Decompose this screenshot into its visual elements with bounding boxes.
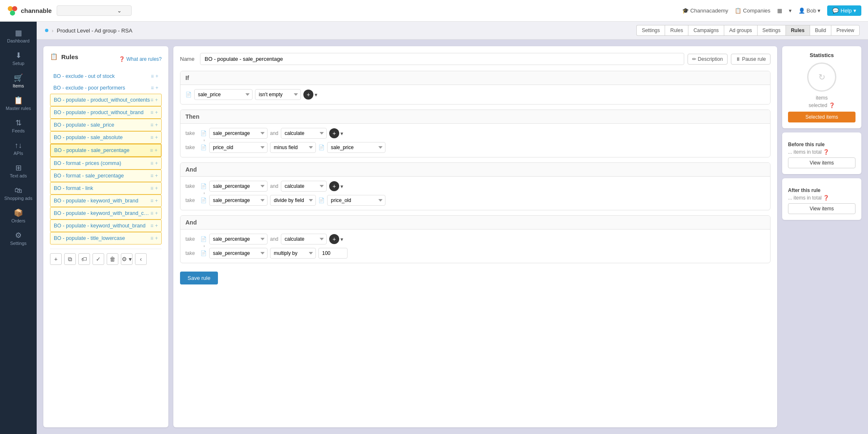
add-icon[interactable]: + — [155, 223, 158, 229]
tab-rules-1[interactable]: Rules — [665, 25, 688, 36]
and2-field-select-2[interactable]: sale_percentage — [209, 248, 268, 259]
rule-name-input[interactable] — [200, 53, 684, 65]
and2-action-select-1[interactable]: calculate — [281, 234, 327, 244]
tab-settings-2[interactable]: Settings — [757, 25, 785, 36]
add-icon[interactable]: + — [155, 147, 158, 153]
menu-icon[interactable]: ≡ — [150, 223, 153, 229]
rule-item-4[interactable]: BO - populate - product_without_brand ≡ … — [50, 106, 162, 119]
rule-item-3[interactable]: BO - populate - product_without_contents… — [50, 94, 162, 106]
selected-items-button[interactable]: Selected items — [788, 112, 855, 122]
check-button[interactable]: ✓ — [93, 253, 104, 265]
rule-item-11[interactable]: BO - populate - keyword_with_brand ≡ + — [50, 195, 162, 207]
add-icon[interactable]: + — [155, 135, 158, 140]
add-icon[interactable]: + — [155, 235, 158, 241]
sidebar-item-apis[interactable]: ↑↓ APIs — [0, 137, 37, 160]
menu-icon[interactable]: ≡ — [150, 147, 153, 153]
add-icon[interactable]: + — [155, 110, 158, 115]
add-icon[interactable]: + — [155, 210, 158, 216]
bars-icon[interactable]: ▦ — [777, 7, 782, 14]
sidebar-item-feeds[interactable]: ⇅ Feeds — [0, 115, 37, 137]
sidebar-item-orders[interactable]: 📦 Orders — [0, 205, 37, 227]
menu-icon[interactable]: ≡ — [151, 85, 154, 91]
tag-button[interactable]: 🏷 — [78, 253, 90, 265]
menu-icon[interactable]: ≡ — [150, 173, 153, 179]
search-input[interactable] — [61, 7, 115, 14]
user-menu[interactable]: 👤 Bob ▾ — [798, 7, 820, 14]
logo[interactable]: channable — [7, 5, 52, 17]
and1-second-field[interactable]: price_old — [327, 195, 385, 206]
menu-icon[interactable]: ≡ — [150, 210, 153, 216]
menu-icon[interactable]: ≡ — [151, 73, 154, 79]
rule-item-8[interactable]: BO - format - prices (comma) ≡ + — [50, 157, 162, 170]
menu-icon[interactable]: ≡ — [150, 198, 153, 204]
add-icon[interactable]: + — [155, 173, 158, 179]
multiply-value-input[interactable] — [318, 248, 348, 259]
and1-dropdown-arrow[interactable]: ▾ — [340, 183, 343, 190]
after-view-items-button[interactable]: View items — [788, 203, 855, 214]
rule-item-5[interactable]: BO - populate - sale_price ≡ + — [50, 119, 162, 131]
and1-field-select-1[interactable]: sale_percentage — [209, 181, 268, 192]
rule-item-13[interactable]: BO - populate - keyword_without_brand ≡ … — [50, 219, 162, 232]
delete-button[interactable]: 🗑 — [107, 253, 118, 265]
menu-icon[interactable]: ≡ — [150, 235, 153, 241]
then-action-select-1[interactable]: calculate — [281, 128, 327, 139]
before-view-items-button[interactable]: View items — [788, 157, 855, 168]
sidebar-item-master-rules[interactable]: 📋 Master rules — [0, 92, 37, 115]
rule-item-1[interactable]: BO - exclude - out of stock ≡ + — [50, 70, 162, 82]
and2-add-button[interactable]: + — [329, 234, 339, 244]
sidebar-item-setup[interactable]: ⬇ Setup — [0, 47, 37, 70]
rule-item-7-active[interactable]: BO - populate - sale_percentage ≡ + — [50, 144, 162, 157]
sidebar-item-dashboard[interactable]: ▦ Dashboard — [0, 25, 37, 47]
menu-icon[interactable]: ≡ — [150, 97, 153, 103]
rule-item-9[interactable]: BO - format - sale_percentage ≡ + — [50, 170, 162, 182]
gear-button[interactable]: ⚙ ▾ — [121, 253, 133, 265]
tab-campaigns[interactable]: Campaigns — [688, 25, 724, 36]
then-second-field-select[interactable]: sale_price — [327, 142, 385, 153]
add-icon[interactable]: + — [155, 160, 158, 166]
tab-preview[interactable]: Preview — [831, 25, 860, 36]
what-are-rules-link[interactable]: ❓ What are rules? — [119, 56, 162, 62]
duplicate-button[interactable]: ⧉ — [64, 253, 76, 265]
if-add-button[interactable]: + — [303, 90, 313, 100]
and2-dropdown-arrow[interactable]: ▾ — [340, 236, 343, 242]
save-rule-button[interactable]: Save rule — [180, 272, 218, 284]
rule-item-12[interactable]: BO - populate - keyword_with_brand_con..… — [50, 207, 162, 219]
add-icon[interactable]: + — [155, 85, 158, 91]
menu-icon[interactable]: ≡ — [150, 160, 153, 166]
and1-field-select-2[interactable]: sale_percentage — [209, 195, 268, 206]
rule-item-2[interactable]: BO - exclude - poor performers ≡ + — [50, 82, 162, 94]
menu-icon[interactable]: ≡ — [150, 110, 153, 115]
and1-action-select-1[interactable]: calculate — [281, 181, 327, 192]
and1-action-select-2[interactable]: divide by field — [270, 195, 316, 206]
sidebar-item-items[interactable]: 🛒 Items — [0, 70, 37, 92]
search-box[interactable]: ⌄ — [57, 5, 132, 16]
companies-link[interactable]: 📋 Companies — [735, 7, 770, 14]
tab-settings-1[interactable]: Settings — [636, 25, 665, 36]
and2-action-select-2[interactable]: multiply by — [270, 248, 316, 259]
pause-rule-button[interactable]: ⏸ Pause rule — [731, 54, 770, 65]
help-button[interactable]: 💬 Help ▾ — [827, 5, 861, 16]
and2-field-select-1[interactable]: sale_percentage — [209, 234, 268, 244]
add-icon[interactable]: + — [155, 97, 158, 103]
channacademy-link[interactable]: 🎓 Channacademy — [682, 7, 728, 14]
and1-add-button[interactable]: + — [329, 181, 339, 191]
rule-item-14[interactable]: BO - populate - title_lowercase ≡ + — [50, 232, 162, 244]
tab-ad-groups[interactable]: Ad groups — [724, 25, 757, 36]
then-field-select-2[interactable]: price_old — [209, 142, 268, 153]
tab-build[interactable]: Build — [810, 25, 831, 36]
menu-icon[interactable]: ≡ — [150, 185, 153, 191]
then-dropdown-arrow[interactable]: ▾ — [340, 130, 343, 137]
add-rule-button[interactable]: + — [50, 253, 62, 265]
description-button[interactable]: ✏ Description — [688, 54, 728, 65]
sidebar-item-shopping-ads[interactable]: 🛍 Shopping ads — [0, 182, 37, 205]
tab-rules-2[interactable]: Rules — [785, 25, 810, 36]
if-field-select[interactable]: sale_price — [194, 89, 253, 100]
then-action-select-2[interactable]: minus field — [270, 142, 316, 153]
rule-item-6[interactable]: BO - populate - sale_absolute ≡ + — [50, 131, 162, 144]
add-icon[interactable]: + — [155, 73, 158, 79]
add-icon[interactable]: + — [155, 122, 158, 128]
rule-item-10[interactable]: BO - format - link ≡ + — [50, 182, 162, 195]
menu-icon[interactable]: ≡ — [150, 135, 153, 140]
collapse-button[interactable]: ‹ — [135, 253, 147, 265]
then-field-select-1[interactable]: sale_percentage — [209, 128, 268, 139]
